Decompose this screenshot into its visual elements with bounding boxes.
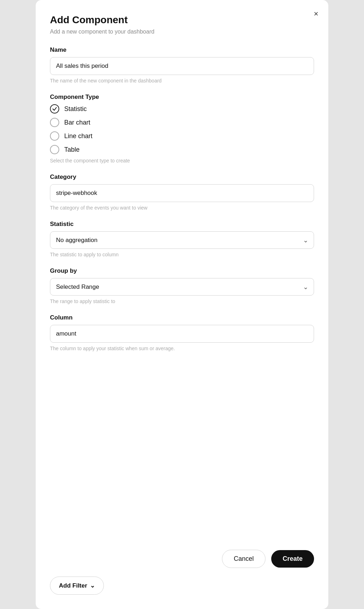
category-section: Category The category of the events you … — [50, 173, 314, 211]
group-by-select-wrapper: Selected Range Day Week Month Year ⌄ — [50, 278, 314, 296]
group-by-label: Group by — [50, 267, 314, 275]
cancel-button[interactable]: Cancel — [222, 550, 266, 568]
radio-item-bar-chart[interactable]: Bar chart — [50, 118, 314, 127]
component-type-hint: Select the component type to create — [50, 158, 314, 163]
group-by-section: Group by Selected Range Day Week Month Y… — [50, 267, 314, 304]
column-input[interactable] — [50, 325, 314, 343]
modal-subtitle: Add a new component to your dashboard — [50, 29, 314, 35]
close-button[interactable]: × — [312, 9, 320, 19]
create-button[interactable]: Create — [271, 550, 314, 568]
radio-table-circle — [50, 145, 59, 154]
component-type-section: Component Type Statistic Bar chart Line … — [50, 94, 314, 163]
radio-item-line-chart[interactable]: Line chart — [50, 131, 314, 141]
add-filter-label: Add Filter — [59, 582, 87, 589]
name-hint: The name of the new component in the das… — [50, 78, 314, 84]
statistic-select-wrapper: No aggregation Sum Average Count Min Max… — [50, 231, 314, 249]
add-filter-section: Add Filter ⌄ — [50, 574, 314, 595]
footer-row: Cancel Create — [50, 538, 314, 574]
category-label: Category — [50, 173, 314, 181]
column-hint: The column to apply your statistic when … — [50, 346, 314, 351]
add-filter-chevron-icon: ⌄ — [90, 582, 95, 589]
radio-table-label: Table — [64, 146, 80, 153]
modal-title: Add Component — [50, 14, 314, 26]
radio-statistic-checked — [50, 104, 59, 114]
radio-line-chart-circle — [50, 131, 59, 141]
radio-item-statistic[interactable]: Statistic — [50, 104, 314, 114]
name-input[interactable] — [50, 57, 314, 75]
component-type-radio-group: Statistic Bar chart Line chart Table — [50, 104, 314, 154]
radio-statistic-label: Statistic — [64, 105, 87, 113]
group-by-hint: The range to apply statistic to — [50, 298, 314, 304]
radio-item-table[interactable]: Table — [50, 145, 314, 154]
statistic-hint: The statistic to apply to column — [50, 252, 314, 257]
category-input[interactable] — [50, 184, 314, 202]
radio-bar-chart-label: Bar chart — [64, 119, 90, 126]
column-section: Column The column to apply your statisti… — [50, 314, 314, 351]
statistic-select[interactable]: No aggregation Sum Average Count Min Max — [50, 231, 314, 249]
component-type-label: Component Type — [50, 94, 314, 101]
statistic-label: Statistic — [50, 221, 314, 228]
name-label: Name — [50, 46, 314, 54]
statistic-section: Statistic No aggregation Sum Average Cou… — [50, 221, 314, 257]
add-component-modal: × Add Component Add a new component to y… — [36, 0, 328, 609]
category-hint: The category of the events you want to v… — [50, 205, 314, 211]
group-by-select[interactable]: Selected Range Day Week Month Year — [50, 278, 314, 296]
radio-bar-chart-circle — [50, 118, 59, 127]
column-label: Column — [50, 314, 314, 321]
name-section: Name The name of the new component in th… — [50, 46, 314, 84]
radio-line-chart-label: Line chart — [64, 132, 92, 140]
add-filter-button[interactable]: Add Filter ⌄ — [50, 577, 104, 595]
